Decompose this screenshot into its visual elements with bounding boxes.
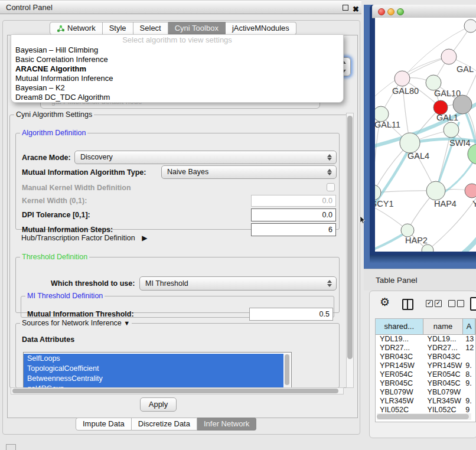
- tab-style[interactable]: Style: [103, 22, 133, 35]
- table-cell: YDL19...: [423, 335, 464, 344]
- algorithm-option-bayesian-hill-climbing[interactable]: Bayesian – Hill Climbing: [11, 45, 343, 55]
- tab-discretize-data[interactable]: Discretize Data: [132, 418, 197, 431]
- table-horizontal-scrollbar[interactable]: [377, 413, 471, 420]
- gear-icon[interactable]: ⚙: [380, 295, 390, 309]
- table-row[interactable]: YLR345WYLR345W9.: [376, 397, 475, 406]
- network-node-hap4[interactable]: [426, 181, 445, 200]
- network-node[interactable]: [464, 19, 476, 32]
- attribute-item-topologicalcoefficient[interactable]: TopologicalCoefficient: [24, 364, 283, 374]
- network-node-gal[interactable]: [441, 49, 457, 64]
- aracne-mode-select[interactable]: Discovery: [74, 151, 337, 164]
- algorithm-option-mutual-information-inference[interactable]: Mutual Information Inference: [11, 74, 343, 83]
- algorithm-option-basic-correlation-inference[interactable]: Basic Correlation Inference: [11, 55, 343, 64]
- table-cell: YBR043C: [423, 353, 464, 361]
- kernel-width-field[interactable]: 0.0: [251, 195, 336, 207]
- node-label: Y: [472, 199, 476, 208]
- threshold-definition-legend: Threshold Definition: [20, 253, 89, 261]
- network-node-gal4[interactable]: [400, 133, 420, 153]
- network-node[interactable]: [422, 244, 433, 252]
- attribute-item-selfloops[interactable]: SelfLoops: [24, 354, 283, 364]
- tab-infer-network[interactable]: Infer Network: [197, 418, 256, 431]
- close-icon[interactable]: ✖: [353, 2, 359, 17]
- table-row[interactable]: YBR043CYBR043C: [376, 353, 475, 361]
- table-row[interactable]: YPR145WYPR145W9.: [376, 361, 475, 370]
- column-header-shared-[interactable]: shared...: [376, 319, 423, 334]
- sources-legend[interactable]: Sources for Network Inference ▼: [20, 319, 132, 327]
- tab-impute-data[interactable]: Impute Data: [76, 418, 132, 431]
- table-cell: YBR043C: [376, 353, 423, 361]
- network-edge[interactable]: [453, 220, 476, 252]
- algorithm-option-bayesian-k2[interactable]: Bayesian – K2: [11, 83, 343, 93]
- data-attributes-list[interactable]: SelfLoopsTopologicalCoefficientBetweenne…: [23, 352, 292, 388]
- float-window-icon[interactable]: [343, 5, 348, 11]
- hub-definition-expander[interactable]: Hub/Transcription Factor Definition ▶: [21, 234, 147, 242]
- close-traffic-light-icon[interactable]: [378, 8, 385, 15]
- network-node-hap2[interactable]: [401, 224, 414, 237]
- mi-type-label: Mutual Information Algorithm Type:: [22, 168, 146, 177]
- apply-button[interactable]: Apply: [140, 397, 177, 412]
- mi-type-select[interactable]: Naive Bayes: [161, 165, 337, 179]
- data-attributes-label: Data Attributes: [22, 335, 74, 344]
- scrollbar-thumb[interactable]: [285, 354, 289, 385]
- column-header-a[interactable]: A: [463, 319, 475, 334]
- network-canvas[interactable]: GALGAL80GAL10GAL1GAL11SWI4GAL4GCY1HAP4YH…: [375, 18, 476, 252]
- select-none-icon[interactable]: [457, 300, 464, 307]
- settings-vertical-scrollbar[interactable]: [346, 113, 354, 388]
- collapsed-panel-icon[interactable]: [6, 444, 16, 450]
- attribute-list-scrollbar[interactable]: [284, 354, 291, 388]
- select-none-icon[interactable]: [448, 300, 455, 307]
- table-cell: YLR345W: [423, 397, 464, 406]
- table-row[interactable]: YDR27...YDR27...12: [376, 344, 475, 353]
- table-cell: [463, 353, 475, 361]
- tab-jactivemnodules[interactable]: jActiveMNodules: [226, 22, 296, 35]
- node-label: GAL80: [392, 86, 419, 96]
- table-cell: 9.: [463, 379, 475, 388]
- settings-horizontal-scrollbar[interactable]: [11, 387, 344, 394]
- node-table[interactable]: shared...nameA YDL19...YDL19...13YDR27..…: [375, 318, 476, 422]
- column-header-name[interactable]: name: [423, 319, 464, 334]
- node-label: HAP4: [434, 199, 457, 208]
- table-row[interactable]: YBL079WYBL079W: [376, 388, 475, 397]
- network-window[interactable]: GALGAL80GAL10GAL1GAL11SWI4GAL4GCY1HAP4YH…: [370, 5, 476, 255]
- attribute-item-betweennesscentrality[interactable]: BetweennessCentrality: [24, 374, 283, 384]
- algorithm-definition-group: Algorithm Definition Aracne Mode: Discov…: [15, 129, 340, 230]
- table-row[interactable]: YER054CYER054C8.: [376, 370, 475, 379]
- window-shadow: [370, 255, 476, 263]
- dpi-tolerance-field[interactable]: 0.0: [251, 208, 336, 221]
- mi-steps-field[interactable]: 6: [251, 223, 336, 236]
- top-tab-bar: NetworkStyleSelectCyni ToolboxjActiveMNo…: [50, 22, 296, 35]
- network-node-gal80[interactable]: [395, 71, 410, 86]
- which-threshold-select[interactable]: MI Threshold: [139, 276, 337, 291]
- cyni-algorithm-settings-legend: Cyni Algorithm Settings: [14, 110, 94, 119]
- scrollbar-thumb[interactable]: [12, 389, 338, 393]
- network-node-swi4[interactable]: [444, 122, 459, 138]
- network-node-y[interactable]: [465, 184, 476, 198]
- table-cell: YLR345W: [376, 397, 423, 406]
- table-cell: YBL079W: [376, 388, 423, 397]
- tab-label: Impute Data: [83, 418, 125, 430]
- algorithm-dropdown-placeholder: Select algorithm to view settings: [11, 35, 343, 45]
- table-cell: YDR27...: [376, 344, 423, 353]
- table-row[interactable]: YBR045CYBR045C9.: [376, 379, 475, 388]
- application-root: Control Panel ✖ NetworkStyleSelectCyni T…: [0, 0, 476, 450]
- document-icon[interactable]: [470, 297, 476, 311]
- network-window-titlebar[interactable]: [372, 5, 476, 18]
- columns-icon[interactable]: [402, 299, 413, 310]
- select-all-icon[interactable]: ✓: [435, 300, 442, 307]
- network-node[interactable]: [453, 95, 472, 114]
- table-row[interactable]: YDL19...YDL19...13: [376, 335, 475, 344]
- table-cell: 9.: [463, 361, 475, 370]
- scrollbar-thumb[interactable]: [347, 116, 353, 359]
- tab-label: Network: [67, 22, 96, 34]
- manual-kernel-checkbox[interactable]: [327, 183, 335, 191]
- select-all-icon[interactable]: ✓: [426, 300, 433, 307]
- which-threshold-label: Which threshold to use:: [51, 279, 135, 288]
- algorithm-option-aracne-algorithm[interactable]: ARACNE Algorithm: [11, 64, 343, 74]
- tab-network[interactable]: Network: [50, 22, 103, 35]
- minimize-traffic-light-icon[interactable]: [387, 8, 395, 15]
- algorithm-option-dream8-dc-tdc-algorithm[interactable]: Dream8 DC_TDC Algorithm: [11, 93, 343, 102]
- tab-select[interactable]: Select: [133, 22, 168, 35]
- tab-cyni-toolbox[interactable]: Cyni Toolbox: [168, 22, 226, 35]
- zoom-traffic-light-icon[interactable]: [397, 8, 404, 15]
- scrollbar-thumb[interactable]: [377, 414, 469, 419]
